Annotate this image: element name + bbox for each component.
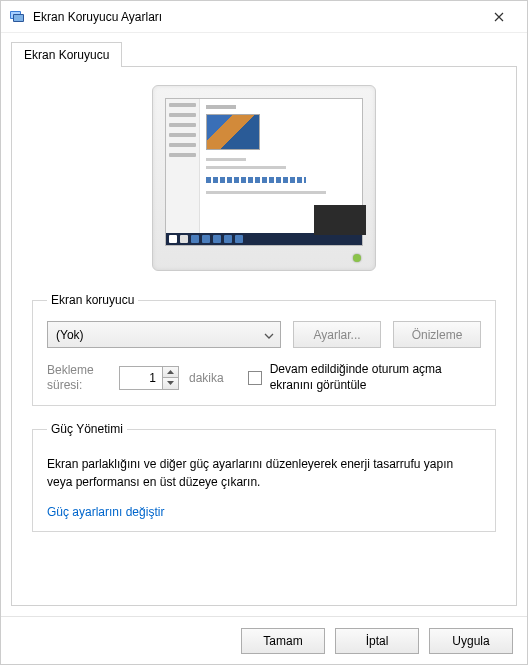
window-title: Ekran Koruyucu Ayarları [33,10,479,24]
tab-screensaver[interactable]: Ekran Koruyucu [11,42,122,67]
apply-button[interactable]: Uygula [429,628,513,654]
resume-checkbox-label: Devam edildiğinde oturum açma ekranını g… [270,362,481,393]
wait-unit: dakika [189,371,224,385]
tab-strip: Ekran Koruyucu [1,33,527,66]
preview-content [200,99,362,233]
spinner-up[interactable] [163,367,178,379]
close-icon [494,12,504,22]
power-settings-link[interactable]: Güç ayarlarını değiştir [47,505,164,519]
wait-spinner[interactable] [119,366,179,390]
preview-button[interactable]: Önizleme [393,321,481,348]
caret-down-icon [167,381,174,385]
close-button[interactable] [479,3,519,31]
power-legend: Güç Yönetimi [47,422,127,436]
monitor-frame [152,85,376,271]
resume-checkbox[interactable] [248,371,262,385]
settings-button[interactable]: Ayarlar... [293,321,381,348]
dialog-window: Ekran Koruyucu Ayarları Ekran Koruyucu [0,0,528,665]
monitor-preview [32,85,496,271]
screensaver-legend: Ekran koruyucu [47,293,138,307]
chevron-down-icon [264,328,274,342]
screensaver-select-value: (Yok) [56,328,84,342]
titlebar: Ekran Koruyucu Ayarları [1,1,527,33]
svg-rect-3 [14,15,23,21]
monitor-screen [165,98,363,246]
caret-up-icon [167,370,174,374]
app-icon [9,9,25,25]
power-group: Güç Yönetimi Ekran parlaklığını ve diğer… [32,422,496,532]
screensaver-group: Ekran koruyucu (Yok) Ayarlar... Önizleme… [32,293,496,406]
dialog-footer: Tamam İptal Uygula [1,616,527,664]
power-description: Ekran parlaklığını ve diğer güç ayarları… [47,456,481,491]
preview-sidebar [166,99,200,233]
spinner-down[interactable] [163,378,178,389]
wait-input[interactable] [120,367,162,389]
tab-panel: Ekran koruyucu (Yok) Ayarlar... Önizleme… [11,66,517,606]
screensaver-select[interactable]: (Yok) [47,321,281,348]
ok-button[interactable]: Tamam [241,628,325,654]
cancel-button[interactable]: İptal [335,628,419,654]
wait-label: Bekleme süresi: [47,363,109,393]
